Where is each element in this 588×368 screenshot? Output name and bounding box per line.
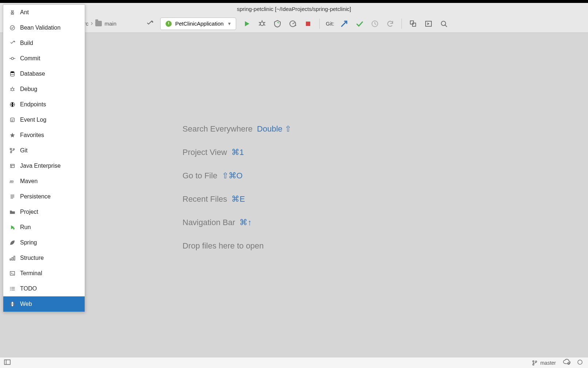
separator: [319, 19, 320, 29]
popup-item-event-log[interactable]: Event Log: [3, 112, 85, 128]
svg-rect-21: [578, 360, 582, 364]
popup-item-persistence[interactable]: Persistence: [3, 189, 85, 204]
popup-item-terminal[interactable]: Terminal: [3, 266, 85, 281]
popup-item-commit[interactable]: Commit: [3, 51, 85, 66]
persistence-icon: [8, 193, 16, 201]
svg-point-0: [260, 22, 264, 26]
svg-rect-48: [11, 164, 15, 168]
java-enterprise-icon: [8, 162, 16, 170]
title-bar: spring-petclinic [~/IdeaProjects/spring-…: [0, 3, 588, 15]
hammer-icon: [8, 39, 16, 47]
popup-item-label: Event Log: [20, 117, 46, 123]
ide-settings-sync-icon[interactable]: [562, 359, 570, 367]
maven-icon: m: [8, 177, 16, 185]
popup-item-label: Commit: [20, 55, 40, 62]
status-bar: master: [0, 357, 588, 368]
separator: [401, 19, 402, 29]
svg-line-29: [13, 14, 14, 15]
popup-item-build[interactable]: Build: [3, 35, 85, 51]
debug-button[interactable]: [255, 17, 269, 31]
popup-item-label: Debug: [20, 86, 37, 92]
popup-item-label: Endpoints: [20, 101, 46, 108]
svg-rect-15: [4, 360, 10, 365]
terminal-icon: [8, 269, 16, 277]
popup-item-endpoints[interactable]: Endpoints: [3, 97, 85, 112]
git-update-button[interactable]: [337, 17, 351, 31]
folder-icon: [8, 208, 16, 216]
popup-item-favorites[interactable]: Favorites: [3, 128, 85, 143]
todo-list-icon: [8, 285, 16, 293]
popup-item-label: Database: [20, 71, 45, 77]
globe-icon: [8, 100, 16, 109]
svg-line-28: [11, 14, 12, 15]
tool-window-popup[interactable]: AntBean ValidationBuildCommitDatabaseDeb…: [3, 4, 85, 312]
memory-indicator-icon[interactable]: [576, 359, 584, 367]
svg-point-34: [11, 71, 15, 73]
hint-project-view: Project View ⌘1: [182, 148, 291, 157]
popup-item-database[interactable]: Database: [3, 66, 85, 81]
navigation-toolbar: rc › main PetClinicApplication ▼ Git:: [0, 15, 588, 33]
run-with-coverage-button[interactable]: [270, 17, 284, 31]
popup-item-label: Spring: [20, 239, 37, 246]
search-everywhere-button[interactable]: [437, 17, 451, 31]
popup-item-java-enterprise[interactable]: Java Enterprise: [3, 158, 85, 174]
popup-item-spring[interactable]: Spring: [3, 235, 85, 250]
popup-item-todo[interactable]: TODO: [3, 281, 85, 296]
event-log-icon: [8, 116, 16, 124]
popup-item-web[interactable]: Web: [3, 296, 85, 312]
project-structure-button[interactable]: [406, 17, 420, 31]
svg-rect-59: [14, 256, 15, 260]
run-anything-button[interactable]: [422, 17, 435, 31]
popup-item-run[interactable]: Run: [3, 220, 85, 235]
popup-item-ant[interactable]: Ant: [3, 5, 85, 20]
commit-icon: [8, 54, 16, 62]
svg-rect-11: [412, 23, 416, 26]
svg-line-7: [293, 23, 295, 24]
svg-rect-57: [10, 259, 11, 260]
bean-validation-icon: [8, 24, 16, 32]
git-rollback-button[interactable]: [383, 17, 397, 31]
popup-item-maven[interactable]: mMaven: [3, 174, 85, 189]
hint-navigation-bar: Navigation Bar ⌘↑: [182, 218, 291, 227]
git-commit-button[interactable]: [353, 17, 366, 31]
svg-text:m: m: [10, 179, 14, 184]
svg-rect-58: [12, 258, 13, 261]
popup-item-label: Favorites: [20, 132, 44, 139]
popup-item-label: Terminal: [20, 270, 42, 277]
svg-line-27: [13, 13, 14, 14]
database-icon: [8, 70, 16, 78]
run-configuration-selector[interactable]: PetClinicApplication ▼: [160, 18, 236, 30]
hint-drop-files: Drop files here to open: [182, 241, 291, 251]
tool-windows-toggle-icon[interactable]: [4, 359, 11, 366]
popup-item-debug[interactable]: Debug: [3, 81, 85, 97]
popup-item-label: Maven: [20, 178, 38, 185]
git-history-button[interactable]: [368, 17, 382, 31]
stop-button[interactable]: [301, 17, 315, 31]
folder-icon: [95, 21, 102, 26]
svg-point-31: [11, 57, 14, 60]
build-project-button[interactable]: [143, 17, 157, 31]
popup-item-label: Project: [20, 209, 38, 215]
git-branch-widget[interactable]: master: [531, 360, 556, 366]
popup-item-label: Persistence: [20, 193, 51, 200]
popup-item-bean-validation[interactable]: Bean Validation: [3, 20, 85, 35]
star-icon: [8, 131, 16, 139]
run-button[interactable]: [240, 17, 254, 31]
window-chrome-top: [0, 0, 588, 3]
popup-item-project[interactable]: Project: [3, 204, 85, 220]
popup-item-label: Web: [20, 301, 32, 307]
bug-icon: [8, 85, 16, 93]
profile-button[interactable]: [286, 17, 300, 31]
globe-icon: [8, 300, 16, 308]
spring-boot-icon: [165, 20, 172, 27]
window-title: spring-petclinic [~/IdeaProjects/spring-…: [237, 6, 351, 12]
svg-rect-8: [306, 22, 310, 26]
editor-empty-state: Search Everywhere Double ⇧ Project View …: [0, 33, 588, 357]
breadcrumb-item-main[interactable]: main: [95, 20, 117, 27]
popup-item-label: Bean Validation: [20, 24, 61, 31]
git-branch-icon: [8, 147, 16, 155]
popup-item-label: Build: [20, 40, 33, 46]
popup-item-label: Git: [20, 147, 27, 154]
popup-item-git[interactable]: Git: [3, 143, 85, 158]
popup-item-structure[interactable]: Structure: [3, 250, 85, 266]
